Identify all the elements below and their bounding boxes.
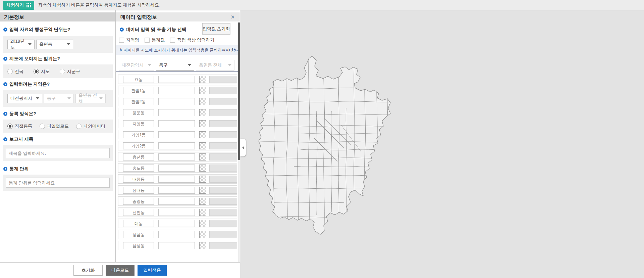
topbar-message: 좌측의 체험하기 버튼을 클릭하여 통계지도 체험을 시작하세요. [38,2,160,8]
row-value-input[interactable] [158,109,195,116]
radio-icon [7,69,13,74]
emd-select: 읍면동 전체 [75,94,106,103]
row-color-swatch[interactable] [199,198,206,205]
year-select[interactable]: 2018년도 [7,40,35,49]
bullet-icon [3,57,7,61]
top-bar: 체험하기 좌측의 체험하기 버튼을 클릭하여 통계지도 체험을 시작하세요. [0,0,644,10]
map-scope-strip: 전국 시도 시군구 [3,64,113,78]
region-strip: 대전광역시 동구 읍면동 전체 [3,90,113,107]
panel-scrollbar-thumb[interactable] [238,22,240,160]
map-canvas[interactable] [240,10,644,278]
radio-sigungu[interactable]: 시군구 [60,68,80,75]
radio-sido[interactable]: 시도 [34,68,50,75]
row-color-swatch[interactable] [199,165,206,172]
row-value-input[interactable] [158,87,195,94]
row-region-name: 홍도동 [123,165,154,172]
table-row: 성남동 [118,230,237,239]
row-color-swatch[interactable] [199,153,206,160]
checkbox-region-name[interactable]: 지역명 [119,37,139,43]
report-title-input[interactable] [6,148,110,158]
radio-nationwide[interactable]: 전국 [7,68,23,75]
table-row: 가양2동 [118,141,237,150]
sido-select[interactable]: 대전광역시 [7,94,42,103]
bullet-icon [3,82,7,86]
row-color-swatch[interactable] [199,76,206,83]
chevron-down-icon [148,64,151,66]
row-value-input[interactable] [158,220,195,227]
unit-select[interactable]: 읍면동 [36,40,73,49]
radio-icon [60,69,65,74]
row-value-input[interactable] [158,98,195,105]
method-label: 등록 방식은? [3,111,36,117]
row-region-name: 삼성동 [123,242,154,249]
stat-unit-input[interactable] [6,178,110,188]
row-value-input[interactable] [158,198,195,205]
row-value-input[interactable] [158,176,195,183]
bullet-icon [120,28,124,32]
row-disabled-field [209,209,237,216]
checkbox-stat-value[interactable]: 통계값 [145,37,165,43]
display-option-checkboxes: 지역명 통계값 직접 색상 입력하기 [119,37,214,43]
radio-direct-register[interactable]: 직접등록 [7,123,32,129]
checkbox-custom-color[interactable]: 직접 색상 입력하기 [170,37,214,43]
row-color-swatch[interactable] [199,98,206,105]
row-color-swatch[interactable] [199,120,206,127]
row-value-input[interactable] [158,242,195,249]
row-disabled-field [209,87,237,94]
table-row: 대청동 [118,174,237,184]
table-row: 중앙동 [118,196,237,206]
row-color-swatch[interactable] [199,87,206,94]
row-disabled-field [209,231,237,238]
row-color-swatch[interactable] [199,176,206,183]
row-value-input[interactable] [158,142,195,149]
row-value-input[interactable] [158,209,195,216]
row-disabled-field [209,142,237,149]
data-sigungu-select[interactable]: 동구 [156,60,194,71]
row-color-swatch[interactable] [199,109,206,116]
close-icon[interactable]: ✕ [230,14,235,20]
row-color-swatch[interactable] [199,231,206,238]
row-region-name: 산내동 [123,187,154,194]
admin-unit-label: 입력 자료의 행정구역 단위는? [3,27,70,32]
row-value-input[interactable] [158,153,195,160]
table-row: 홍도동 [118,163,237,173]
row-value-input[interactable] [158,120,195,127]
row-region-name: 가양1동 [123,131,154,138]
report-title-label: 보고서 제목 [3,137,33,142]
row-color-swatch[interactable] [199,209,206,216]
row-color-swatch[interactable] [199,187,206,194]
radio-my-data[interactable]: 나의데이터 [76,123,105,129]
row-value-input[interactable] [158,187,195,194]
row-color-swatch[interactable] [199,131,206,138]
table-row: 가양1동 [118,130,237,139]
download-button[interactable]: 다운로드 [106,265,135,276]
row-region-name: 효동 [123,76,154,83]
table-row: 판암2동 [118,97,237,106]
try-button[interactable]: 체험하기 [3,1,34,10]
checkbox-icon [119,38,124,43]
table-row: 신인동 [118,207,237,217]
panel-collapse-handle[interactable] [240,139,246,156]
bullet-icon [3,137,7,141]
row-color-swatch[interactable] [199,242,206,249]
row-region-name: 중앙동 [123,198,154,205]
row-color-swatch[interactable] [199,142,206,149]
row-value-input[interactable] [158,165,195,172]
radio-icon [76,124,82,129]
row-disabled-field [209,153,237,160]
reset-button[interactable]: 초기화 [73,265,103,276]
reset-values-button[interactable]: 입력값 초기화 [202,23,230,35]
data-sido-select: 대전광역시 [119,60,154,71]
chevron-down-icon [99,97,103,99]
bullet-icon [3,167,7,171]
row-disabled-field [209,220,237,227]
radio-file-upload[interactable]: 파일업로드 [40,123,69,129]
apply-button[interactable]: 입력적용 [138,265,167,276]
row-value-input[interactable] [158,131,195,138]
row-color-swatch[interactable] [199,220,206,227]
row-value-input[interactable] [158,231,195,238]
row-region-name: 대청동 [123,176,154,183]
chevron-down-icon [188,64,191,66]
row-value-input[interactable] [158,76,195,83]
try-button-label: 체험하기 [6,2,24,8]
